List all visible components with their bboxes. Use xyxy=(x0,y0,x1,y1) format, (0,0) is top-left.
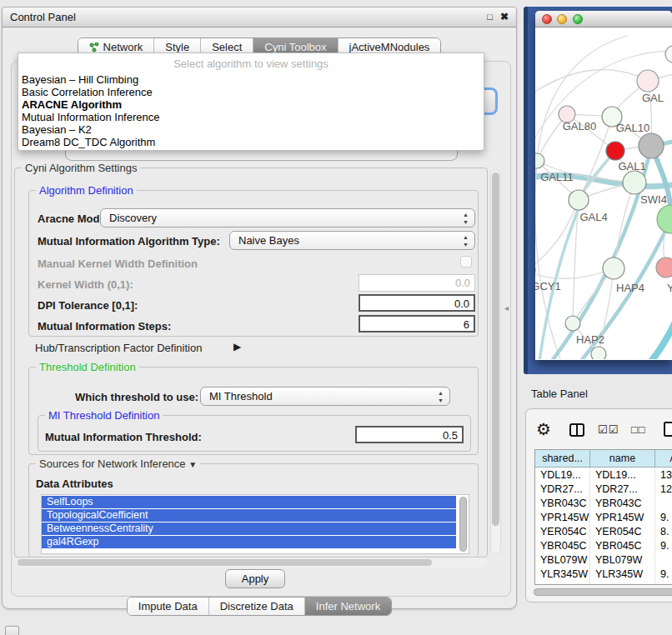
algorithm-item-aracne-algorithm[interactable]: ARACNE Algorithm xyxy=(18,98,484,111)
column-header-shared[interactable]: shared... xyxy=(535,450,590,468)
aracne-mode-select[interactable]: Discovery ▲▼ xyxy=(100,208,475,228)
table-horizontal-scrollbar[interactable] xyxy=(533,588,672,597)
splitter-collapse-icon[interactable]: ◂ xyxy=(504,303,509,312)
network-tab-icon xyxy=(89,42,99,52)
table-cell: YBL079W xyxy=(590,552,655,567)
column-header-a[interactable]: A xyxy=(655,450,672,468)
algorithm-item-dream8-dc-tdc-algorithm[interactable]: Dream8 DC_TDC Algorithm xyxy=(18,136,484,148)
which-threshold-select[interactable]: MI Threshold ▲▼ xyxy=(200,387,450,406)
mi-steps-field[interactable]: 6 xyxy=(359,315,475,332)
algorithm-item-bayesian-k2[interactable]: Bayesian – K2 xyxy=(18,123,484,136)
kernel-width-field[interactable]: 0.0 xyxy=(359,274,475,292)
table-cell: 8. xyxy=(655,524,672,538)
control-panel-window: Control Panel □ ✖ NetworkStyleSelectCyni… xyxy=(2,7,517,609)
node-gal4[interactable] xyxy=(569,190,589,210)
network-canvas[interactable]: GALGAL80GAL10GAL1GAL11SWI4GAL4GCY1HAP4YH… xyxy=(535,28,672,359)
minimize-window-button[interactable] xyxy=(557,14,567,24)
attribute-item-selfloops[interactable]: SelfLoops xyxy=(42,496,456,509)
select-all-columns-icon[interactable]: ☑☑ xyxy=(598,423,619,436)
unselect-all-columns-icon[interactable]: □□ xyxy=(631,423,646,436)
attribute-item-betweennesscentrality[interactable]: BetweennessCentrality xyxy=(42,522,456,536)
cyni-bottom-tabs: Impute DataDiscretize DataInfer Network xyxy=(3,597,516,616)
table-row[interactable]: YIL053CYIL053C0 xyxy=(535,581,672,585)
algorithm-item-mutual-information-inference[interactable]: Mutual Information Inference xyxy=(18,111,484,123)
table-row[interactable]: YPR145WYPR145W9. xyxy=(535,510,672,524)
table-row[interactable]: YER054CYER054C8. xyxy=(535,524,672,538)
network-window[interactable]: GALGAL80GAL10GAL1GAL11SWI4GAL4GCY1HAP4YH… xyxy=(535,11,672,360)
node-attribute-table[interactable]: shared...nameA YDL19...YDL19...13YDR27..… xyxy=(534,449,672,585)
tab-label: Network xyxy=(103,41,143,53)
node-label-swi4: SWI4 xyxy=(640,193,667,206)
node[interactable] xyxy=(665,46,672,62)
close-window-button[interactable] xyxy=(542,14,552,24)
mi-threshold-field[interactable]: 0.5 xyxy=(355,426,464,443)
node-bottom[interactable] xyxy=(591,347,606,359)
table-row[interactable]: YLR345WYLR345W9. xyxy=(535,567,672,581)
apply-button[interactable]: Apply xyxy=(225,569,285,588)
sources-collapse-arrow-icon: ▼ xyxy=(188,460,197,469)
tab-label: Style xyxy=(165,41,189,53)
show-columns-icon[interactable] xyxy=(569,423,584,437)
algorithm-item-basic-correlation-inference[interactable]: Basic Correlation Inference xyxy=(18,86,484,98)
bottom-tab-infer-network[interactable]: Infer Network xyxy=(304,598,391,615)
table-settings-gear-icon[interactable]: ⚙ xyxy=(536,419,551,439)
algorithm-dropdown-list[interactable]: Select algorithm to view settings Bayesi… xyxy=(18,52,484,151)
table-row[interactable]: YBL079WYBL079W xyxy=(535,552,672,567)
table-cell: YBL079W xyxy=(535,552,590,567)
settings-horizontal-scrollbar[interactable] xyxy=(16,558,488,568)
table-cell: 9. xyxy=(655,567,672,581)
node-gal1[interactable] xyxy=(623,171,646,194)
node-hap4[interactable] xyxy=(603,258,624,279)
table-row[interactable]: YBR045CYBR045C9. xyxy=(535,538,672,552)
mi-algorithm-type-select[interactable]: Naive Bayes ▲▼ xyxy=(229,231,475,250)
zoom-window-button[interactable] xyxy=(573,14,583,24)
tab-label: Discretize Data xyxy=(220,600,293,612)
mi-type-value: Naive Bayes xyxy=(238,234,299,247)
network-edge[interactable] xyxy=(614,182,634,268)
tab-label: jActiveMNodules xyxy=(349,41,430,53)
column-header-name[interactable]: name xyxy=(590,450,655,468)
hub-definition-label[interactable]: Hub/Transcription Factor Definition xyxy=(35,342,202,354)
table-row[interactable]: YBR043CYBR043C xyxy=(535,496,672,510)
network-graph: GALGAL80GAL10GAL1GAL11SWI4GAL4GCY1HAP4YH… xyxy=(535,28,672,359)
network-window-titlebar xyxy=(535,11,672,28)
algorithm-item-bayesian-hill-climbing[interactable]: Bayesian – Hill Climbing xyxy=(18,73,484,86)
data-attributes-list[interactable]: SelfLoopsTopologicalCoefficientBetweenne… xyxy=(41,494,469,554)
table-cell: YDL19... xyxy=(535,468,590,482)
bottom-tab-discretize-data[interactable]: Discretize Data xyxy=(208,598,304,615)
bottom-tab-impute-data[interactable]: Impute Data xyxy=(128,598,208,615)
sources-group-title[interactable]: Sources for Network Inference ▼ xyxy=(36,458,200,470)
attributes-list-scrollbar[interactable] xyxy=(459,497,467,552)
network-edge[interactable] xyxy=(649,315,672,359)
screen: Control Panel □ ✖ NetworkStyleSelectCyni… xyxy=(0,0,672,635)
minimized-panel-icon[interactable] xyxy=(5,626,19,635)
table-cell: YPR145W xyxy=(535,510,590,524)
combo-arrows-icon: ▲▼ xyxy=(463,233,469,248)
export-table-icon[interactable] xyxy=(664,422,672,437)
node-pink-right[interactable] xyxy=(656,258,672,278)
node-hap2[interactable] xyxy=(565,316,580,331)
table-row[interactable]: YDL19...YDL19...13 xyxy=(535,468,672,482)
hub-expand-arrow-icon[interactable]: ▶ xyxy=(233,341,241,352)
float-window-icon[interactable]: □ xyxy=(487,12,493,22)
table-cell: YDL19... xyxy=(590,468,655,482)
node-big-green[interactable] xyxy=(657,205,672,233)
table-cell xyxy=(655,496,672,510)
close-panel-icon[interactable]: ✖ xyxy=(500,11,509,22)
node-gray[interactable] xyxy=(639,133,664,158)
dpi-tolerance-field[interactable]: 0.0 xyxy=(359,294,475,312)
network-edge[interactable] xyxy=(535,70,648,94)
table-row[interactable]: YDR27...YDR27...12 xyxy=(535,482,672,496)
table-cell: 9. xyxy=(655,538,672,552)
table-cell: 0 xyxy=(655,581,672,585)
node-red[interactable] xyxy=(606,142,624,160)
network-edge[interactable] xyxy=(535,200,579,270)
attribute-item-gal4rgexp[interactable]: gal4RGexp xyxy=(42,536,456,549)
settings-vertical-scrollbar[interactable] xyxy=(490,169,501,554)
attribute-item-topologicalcoefficient[interactable]: TopologicalCoefficient xyxy=(42,509,456,522)
manual-kernel-checkbox[interactable] xyxy=(460,256,472,268)
node-label-hap2: HAP2 xyxy=(576,333,604,346)
dpi-tolerance-label: DPI Tolerance [0,1]: xyxy=(38,299,138,312)
node-pink-top[interactable] xyxy=(637,70,659,92)
mi-steps-label: Mutual Information Steps: xyxy=(38,320,171,332)
